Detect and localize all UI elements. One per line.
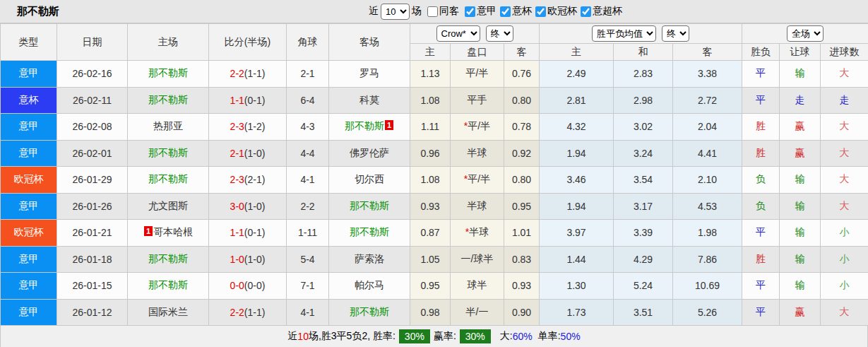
same-away-filter[interactable]: 同客 bbox=[424, 5, 459, 18]
away-team: 切尔西 bbox=[329, 167, 410, 194]
bookmaker-select[interactable]: Crow* bbox=[436, 25, 480, 42]
handicap-line-text: 球半 bbox=[468, 279, 487, 290]
league-filter[interactable]: 意杯 bbox=[497, 5, 532, 18]
match-row: 意甲26-01-15那不勒斯0-0(0-0)7-1帕尔马0.95球半0.931.… bbox=[1, 273, 868, 300]
handicap-line: 一/球半 bbox=[451, 246, 504, 273]
match-row: 意甲26-01-18那不勒斯1-0(1-0)5-4萨索洛1.05一/球半0.83… bbox=[1, 246, 868, 273]
euro-odds-select[interactable]: 胜平负均值 bbox=[592, 25, 656, 42]
home-win-odds: 2.49 bbox=[540, 61, 614, 88]
match-date: 26-01-21 bbox=[57, 220, 128, 247]
handicap-away-odds: 0.78 bbox=[504, 114, 540, 141]
league-filter[interactable]: 意超杯 bbox=[577, 5, 622, 18]
recent-label: 近 bbox=[369, 5, 379, 18]
scope-select[interactable]: 全场 bbox=[787, 25, 824, 42]
league-checkbox[interactable] bbox=[500, 6, 511, 17]
recent-count-select[interactable]: 10 bbox=[381, 4, 410, 20]
team-name: 尤文图斯 bbox=[148, 200, 188, 211]
draw-odds: 3.02 bbox=[614, 114, 673, 141]
league-type-badge: 意甲 bbox=[1, 140, 57, 167]
handicap-result: 输 bbox=[780, 246, 821, 273]
subheader-handicap-result: 让球 bbox=[780, 44, 821, 61]
league-type-badge: 欧冠杯 bbox=[1, 167, 57, 194]
single-label: 单率: bbox=[538, 330, 561, 343]
handicap-line: 半球 bbox=[451, 193, 504, 220]
away-win-odds: 2.10 bbox=[673, 167, 742, 194]
team-name: 帕尔马 bbox=[355, 279, 384, 290]
away-win-odds: 1.98 bbox=[673, 220, 742, 247]
goals-result: 大 bbox=[821, 140, 868, 167]
home-team: 1哥本哈根 bbox=[128, 220, 209, 247]
league-checkbox[interactable] bbox=[535, 6, 546, 17]
match-result: 负 bbox=[742, 193, 780, 220]
handicap-line-text: 平手 bbox=[468, 94, 487, 105]
corners-score: 4-4 bbox=[287, 140, 329, 167]
league-checkbox[interactable] bbox=[581, 6, 591, 17]
match-score: 0-0(0-0) bbox=[209, 273, 287, 300]
same-away-checkbox[interactable] bbox=[427, 6, 438, 17]
goals-result: 大 bbox=[821, 193, 868, 220]
handicap-result: 赢 bbox=[780, 299, 821, 326]
match-date: 26-01-29 bbox=[57, 167, 128, 194]
league-filter[interactable]: 欧冠杯 bbox=[532, 5, 577, 18]
header-date: 日期 bbox=[57, 24, 128, 61]
draw-odds: 3.54 bbox=[614, 167, 673, 194]
team-name: 那不勒斯 bbox=[148, 253, 188, 264]
away-win-odds: 10.69 bbox=[673, 273, 742, 300]
handicap-rate-badge: 30% bbox=[460, 329, 491, 343]
match-date: 26-02-01 bbox=[57, 140, 128, 167]
footer-record-text: 场,胜3平5负2, 胜率: bbox=[309, 330, 396, 343]
team-name: 热那亚 bbox=[153, 120, 183, 131]
goals-result: 大 bbox=[821, 114, 868, 141]
handicap-result: 赢 bbox=[780, 140, 821, 167]
handicap-line-text: 半/一 bbox=[466, 306, 489, 317]
away-win-odds: 4.53 bbox=[673, 193, 742, 220]
single-value: 50% bbox=[561, 331, 581, 342]
halftime-score: (1-2) bbox=[244, 121, 266, 132]
league-checkbox[interactable] bbox=[465, 6, 475, 17]
match-result: 平 bbox=[742, 299, 780, 326]
team-name: 那不勒斯 bbox=[350, 226, 389, 237]
team-name: 那不勒斯 bbox=[345, 120, 384, 131]
halftime-score: (1-1) bbox=[244, 68, 266, 79]
corners-score: 4-1 bbox=[287, 167, 329, 194]
goals-result: 走 bbox=[821, 87, 868, 114]
match-score: 2-3(1-2) bbox=[209, 114, 287, 141]
home-team: 国际米兰 bbox=[128, 299, 209, 326]
away-team: 罗马 bbox=[329, 61, 410, 88]
games-label: 场 bbox=[412, 5, 422, 18]
handicap-controls: Crow* 终 bbox=[410, 24, 540, 44]
handicap-home-odds: 0.95 bbox=[410, 273, 451, 300]
match-row: 意甲26-01-26尤文图斯3-0(1-0)2-2那不勒斯0.93半球0.951… bbox=[1, 193, 868, 220]
team-name: 科莫 bbox=[359, 94, 379, 105]
draw-odds: 3.24 bbox=[614, 140, 673, 167]
goals-result: 小 bbox=[821, 273, 868, 300]
halftime-score: (1-0) bbox=[244, 201, 266, 212]
league-filter[interactable]: 意甲 bbox=[461, 5, 497, 18]
halftime-score: (1-0) bbox=[244, 148, 266, 159]
away-team: 那不勒斯 bbox=[329, 193, 410, 220]
same-away-label: 同客 bbox=[439, 5, 459, 18]
match-result: 胜 bbox=[742, 114, 780, 141]
header-away: 客场 bbox=[329, 24, 410, 61]
handicap-away-odds: 0.92 bbox=[504, 140, 540, 167]
handicap-stage-select[interactable]: 终 bbox=[486, 25, 513, 42]
match-date: 26-01-18 bbox=[57, 246, 128, 273]
corners-score: 2-2 bbox=[287, 193, 329, 220]
handicap-line: 平/半 bbox=[451, 61, 504, 88]
handicap-line-text: 一/球半 bbox=[461, 253, 494, 264]
euro-stage-select[interactable]: 终 bbox=[662, 25, 689, 42]
match-date: 26-02-11 bbox=[57, 87, 128, 114]
handicap-line: 球半 bbox=[451, 273, 504, 300]
team-name: 那不勒斯 bbox=[350, 306, 389, 317]
handicap-line-text: 平/半 bbox=[466, 67, 489, 78]
home-win-odds: 1.94 bbox=[540, 140, 614, 167]
handicap-line: *半球 bbox=[451, 220, 504, 247]
home-win-odds: 3.97 bbox=[540, 220, 614, 247]
halftime-score: (1-1) bbox=[244, 307, 266, 318]
fulltime-score: 1-1 bbox=[230, 227, 244, 238]
match-score: 1-0(1-0) bbox=[209, 246, 287, 273]
team-name: 佛罗伦萨 bbox=[350, 147, 389, 158]
match-row: 欧冠杯26-01-29那不勒斯2-3(2-1)4-1切尔西1.08*平/半0.8… bbox=[1, 167, 868, 194]
handicap-line: 半球 bbox=[451, 140, 504, 167]
home-team: 那不勒斯 bbox=[128, 273, 209, 300]
